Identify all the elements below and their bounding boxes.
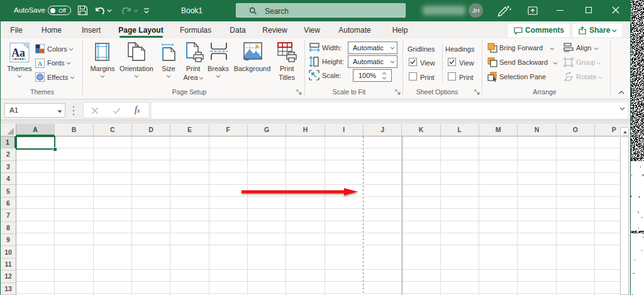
svg-text:A: A (38, 59, 43, 67)
svg-text:Aa: Aa (11, 47, 25, 59)
